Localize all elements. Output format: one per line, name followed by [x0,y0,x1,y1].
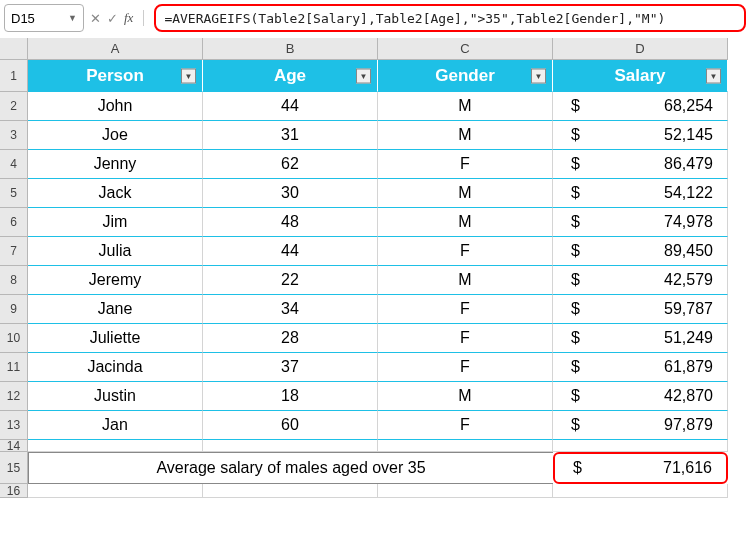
table-cell-age[interactable]: 28 [203,324,378,353]
table-cell-gender[interactable]: F [378,324,553,353]
table-cell-salary[interactable]: $59,787 [553,295,728,324]
confirm-icon[interactable]: ✓ [107,11,118,26]
table-cell-person[interactable]: Jack [28,179,203,208]
table-cell-person[interactable]: Jeremy [28,266,203,295]
table-cell-age[interactable]: 44 [203,237,378,266]
row-header-10[interactable]: 10 [0,324,28,353]
currency-symbol: $ [571,271,580,289]
table-cell-salary[interactable]: $89,450 [553,237,728,266]
table-cell-age[interactable]: 44 [203,92,378,121]
table-cell-age[interactable]: 60 [203,411,378,440]
table-cell-person[interactable]: Jan [28,411,203,440]
table-cell-person[interactable]: Juliette [28,324,203,353]
empty-cell[interactable] [203,484,378,498]
column-header-D[interactable]: D [553,38,728,60]
table-cell-age[interactable]: 37 [203,353,378,382]
row-header-11[interactable]: 11 [0,353,28,382]
row-header-13[interactable]: 13 [0,411,28,440]
name-box[interactable]: D15 ▼ [4,4,84,32]
row-header-3[interactable]: 3 [0,121,28,150]
table-cell-gender[interactable]: M [378,266,553,295]
column-header-A[interactable]: A [28,38,203,60]
summary-label-cell[interactable]: Average salary of males aged over 35 [28,452,553,484]
table-cell-age[interactable]: 30 [203,179,378,208]
row-header-4[interactable]: 4 [0,150,28,179]
table-cell-salary[interactable]: $51,249 [553,324,728,353]
row-header-6[interactable]: 6 [0,208,28,237]
table-cell-gender[interactable]: F [378,150,553,179]
salary-amount: 89,450 [664,242,713,260]
table-cell-person[interactable]: Justin [28,382,203,411]
row-header-1[interactable]: 1 [0,60,28,92]
select-all-corner[interactable] [0,38,28,60]
column-header-C[interactable]: C [378,38,553,60]
row-header-15[interactable]: 15 [0,452,28,484]
table-cell-salary[interactable]: $42,579 [553,266,728,295]
row-header-16[interactable]: 16 [0,484,28,498]
table-cell-gender[interactable]: M [378,208,553,237]
filter-dropdown-icon[interactable]: ▼ [181,68,196,83]
row-header-9[interactable]: 9 [0,295,28,324]
table-cell-gender[interactable]: F [378,237,553,266]
table-cell-gender[interactable]: F [378,411,553,440]
table-cell-salary[interactable]: $68,254 [553,92,728,121]
filter-dropdown-icon[interactable]: ▼ [356,68,371,83]
table-cell-gender[interactable]: F [378,295,553,324]
filter-dropdown-icon[interactable]: ▼ [706,68,721,83]
table-cell-person[interactable]: Jenny [28,150,203,179]
empty-cell[interactable] [553,484,728,498]
filter-dropdown-icon[interactable]: ▼ [531,68,546,83]
table-cell-gender[interactable]: M [378,382,553,411]
table-cell-person[interactable]: Jim [28,208,203,237]
table-cell-age[interactable]: 31 [203,121,378,150]
table-cell-age[interactable]: 48 [203,208,378,237]
table-cell-person[interactable]: Jane [28,295,203,324]
table-cell-person[interactable]: Jacinda [28,353,203,382]
table-cell-salary[interactable]: $61,879 [553,353,728,382]
table-cell-gender[interactable]: M [378,92,553,121]
table-cell-gender[interactable]: M [378,179,553,208]
table-cell-salary[interactable]: $52,145 [553,121,728,150]
row-header-5[interactable]: 5 [0,179,28,208]
salary-amount: 42,579 [664,271,713,289]
empty-cell[interactable] [28,440,203,452]
summary-amount: 71,616 [663,459,712,477]
row-header-12[interactable]: 12 [0,382,28,411]
table-cell-person[interactable]: John [28,92,203,121]
empty-cell[interactable] [378,440,553,452]
salary-amount: 51,249 [664,329,713,347]
table-cell-person[interactable]: Julia [28,237,203,266]
row-header-8[interactable]: 8 [0,266,28,295]
table-cell-salary[interactable]: $54,122 [553,179,728,208]
table-cell-age[interactable]: 22 [203,266,378,295]
table-cell-gender[interactable]: M [378,121,553,150]
table-header-age[interactable]: Age ▼ [203,60,378,92]
table-cell-salary[interactable]: $97,879 [553,411,728,440]
table-cell-age[interactable]: 34 [203,295,378,324]
row-header-7[interactable]: 7 [0,237,28,266]
table-cell-salary[interactable]: $86,479 [553,150,728,179]
empty-cell[interactable] [28,484,203,498]
table-header-person[interactable]: Person ▼ [28,60,203,92]
summary-value-cell[interactable]: $71,616 [553,452,728,484]
table-cell-age[interactable]: 62 [203,150,378,179]
table-cell-age[interactable]: 18 [203,382,378,411]
table-cell-salary[interactable]: $74,978 [553,208,728,237]
table-cell-person[interactable]: Joe [28,121,203,150]
formula-input[interactable]: =AVERAGEIFS(Table2[Salary],Table2[Age],"… [154,4,746,32]
fx-icon[interactable]: fx [124,10,133,26]
table-cell-gender[interactable]: F [378,353,553,382]
currency-symbol: $ [571,329,580,347]
cancel-icon[interactable]: ✕ [90,11,101,26]
row-header-14[interactable]: 14 [0,440,28,452]
table-header-salary[interactable]: Salary ▼ [553,60,728,92]
empty-cell[interactable] [378,484,553,498]
row-header-2[interactable]: 2 [0,92,28,121]
chevron-down-icon[interactable]: ▼ [68,13,77,23]
table-cell-salary[interactable]: $42,870 [553,382,728,411]
table-header-gender[interactable]: Gender ▼ [378,60,553,92]
empty-cell[interactable] [203,440,378,452]
table-header-label: Age [274,66,306,86]
empty-cell[interactable] [553,440,728,452]
column-header-B[interactable]: B [203,38,378,60]
